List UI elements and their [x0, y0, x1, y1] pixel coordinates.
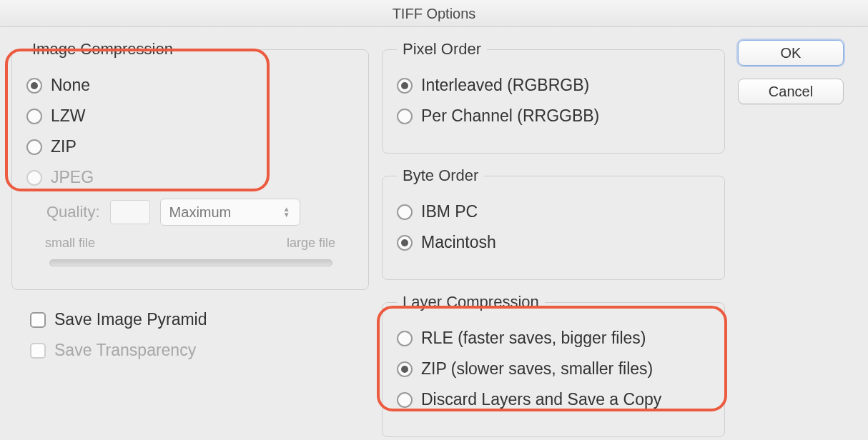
- byte-ibm-row[interactable]: IBM PC: [397, 202, 710, 221]
- compression-lzw-label: LZW: [51, 106, 86, 126]
- quality-input: [110, 200, 150, 224]
- layer-compression-group: Layer Compression RLE (faster saves, big…: [382, 293, 725, 437]
- compression-jpeg-row: JPEG: [26, 168, 354, 187]
- layer-discard-label: Discard Layers and Save a Copy: [421, 390, 661, 409]
- quality-label: Quality:: [46, 203, 100, 221]
- byte-order-group: Byte Order IBM PC Macintosh: [382, 166, 725, 280]
- compression-jpeg-label: JPEG: [51, 168, 94, 187]
- layer-zip-label: ZIP (slower saves, smaller files): [421, 359, 653, 379]
- byte-mac-row[interactable]: Macintosh: [397, 233, 710, 252]
- byte-ibm-label: IBM PC: [421, 202, 478, 221]
- radio-icon[interactable]: [397, 204, 413, 220]
- pixel-perchannel-row[interactable]: Per Channel (RRGGBB): [397, 106, 710, 126]
- slider-left-label: small file: [45, 236, 95, 251]
- save-image-pyramid-label: Save Image Pyramid: [54, 310, 207, 329]
- checkbox-icon: [30, 343, 46, 359]
- ok-button[interactable]: OK: [738, 40, 844, 66]
- radio-icon[interactable]: [26, 139, 42, 155]
- save-transparency-row: Save Transparency: [30, 341, 369, 360]
- compression-none-row[interactable]: None: [26, 76, 354, 95]
- slider-right-label: large file: [287, 236, 335, 251]
- layer-rle-row[interactable]: RLE (faster saves, bigger files): [397, 329, 710, 348]
- quality-slider: [49, 259, 332, 266]
- pixel-interleaved-label: Interleaved (RGBRGB): [421, 76, 589, 95]
- byte-order-legend: Byte Order: [397, 166, 484, 185]
- dialog-title: TIFF Options: [0, 0, 868, 27]
- layer-compression-legend: Layer Compression: [397, 293, 545, 311]
- layer-discard-row[interactable]: Discard Layers and Save a Copy: [397, 390, 710, 409]
- compression-zip-label: ZIP: [51, 137, 77, 156]
- quality-preset-select: Maximum ▲▼: [160, 199, 300, 226]
- radio-icon[interactable]: [26, 109, 42, 124]
- pixel-interleaved-row[interactable]: Interleaved (RGBRGB): [397, 76, 710, 95]
- save-transparency-label: Save Transparency: [54, 341, 196, 360]
- stepper-icon: ▲▼: [282, 207, 291, 217]
- byte-mac-label: Macintosh: [421, 233, 496, 252]
- radio-icon[interactable]: [397, 392, 413, 408]
- radio-icon[interactable]: [397, 78, 413, 94]
- radio-icon[interactable]: [397, 331, 413, 346]
- image-compression-group: Image Compression None LZW ZIP JPEG Qual…: [11, 40, 369, 290]
- image-compression-legend: Image Compression: [26, 40, 179, 59]
- compression-zip-row[interactable]: ZIP: [26, 137, 354, 156]
- radio-icon[interactable]: [397, 235, 413, 251]
- checkbox-icon[interactable]: [30, 312, 46, 328]
- compression-none-label: None: [51, 76, 90, 95]
- pixel-order-legend: Pixel Order: [397, 40, 487, 59]
- quality-preset-value: Maximum: [169, 204, 232, 221]
- radio-icon[interactable]: [397, 109, 413, 124]
- jpeg-quality-row: Quality: Maximum ▲▼: [46, 199, 354, 226]
- pixel-perchannel-label: Per Channel (RRGGBB): [421, 106, 599, 126]
- save-image-pyramid-row[interactable]: Save Image Pyramid: [30, 310, 369, 329]
- compression-lzw-row[interactable]: LZW: [26, 106, 354, 126]
- cancel-button[interactable]: Cancel: [738, 79, 844, 104]
- radio-icon: [26, 170, 42, 186]
- radio-icon[interactable]: [397, 361, 413, 377]
- layer-zip-row[interactable]: ZIP (slower saves, smaller files): [397, 359, 710, 379]
- pixel-order-group: Pixel Order Interleaved (RGBRGB) Per Cha…: [382, 40, 725, 154]
- radio-icon[interactable]: [26, 78, 42, 94]
- layer-rle-label: RLE (faster saves, bigger files): [421, 329, 646, 348]
